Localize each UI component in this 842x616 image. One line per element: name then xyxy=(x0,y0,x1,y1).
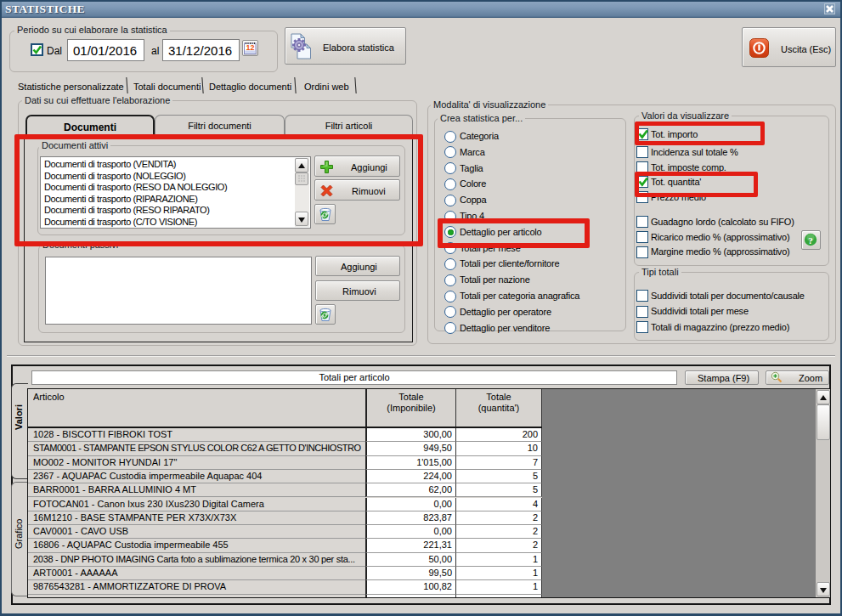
svg-text:?: ? xyxy=(808,235,813,246)
svg-text:12: 12 xyxy=(246,43,254,52)
